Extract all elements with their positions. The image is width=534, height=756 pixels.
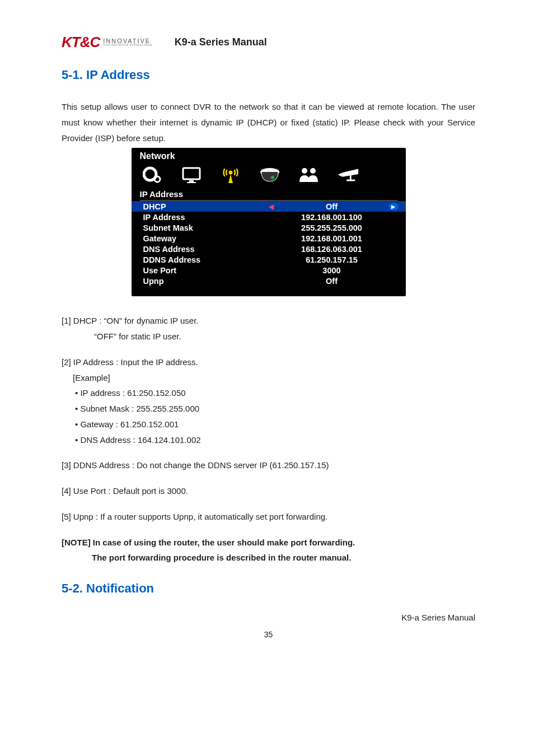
footer-doc-title: K9-a Series Manual <box>62 613 475 622</box>
note-2-ip: • IP address : 61.250.152.050 <box>75 385 475 401</box>
ss-value: 192.168.001.001 <box>266 234 397 243</box>
arrow-left-icon[interactable]: ◀ <box>269 203 274 211</box>
note-3: [3] DDNS Address : Do not change the DDN… <box>62 458 475 473</box>
logo-sub-line2: HIGH DEFINITION SURVEILLANCE <box>103 44 152 47</box>
dvr-network-screenshot: Network IP Address DHCP <box>132 148 406 296</box>
note-2-line1: [2] IP Address : Input the IP address. <box>62 354 475 370</box>
svg-rect-5 <box>187 182 196 183</box>
ss-label: Gateway <box>143 234 266 243</box>
document-title: K9-a Series Manual <box>175 36 267 48</box>
note-bold-line1: [NOTE] In case of using the router, the … <box>62 535 475 550</box>
brand-logo: KT&C INNOVATIVE HIGH DEFINITION SURVEILL… <box>62 34 152 51</box>
antenna-icon[interactable] <box>219 165 242 185</box>
bullet-camera-icon[interactable] <box>337 165 359 185</box>
ss-label: DDNS Address <box>143 255 266 264</box>
page-number: 35 <box>62 630 475 639</box>
ss-label: Upnp <box>143 277 266 286</box>
note-1-line1: [1] DHCP : “ON” for dynamic IP user. <box>62 313 475 329</box>
ss-section-label: IP Address <box>140 189 397 201</box>
ss-label: DHCP <box>143 202 266 211</box>
svg-rect-11 <box>349 175 351 180</box>
section-heading-5-2: 5-2. Notification <box>62 581 475 596</box>
logo-main-text: KT&C <box>62 34 100 51</box>
ss-value: 3000 <box>266 266 397 275</box>
dome-camera-icon[interactable] <box>259 165 281 185</box>
svg-point-9 <box>302 168 307 174</box>
arrow-right-icon[interactable]: ▶ <box>388 203 399 211</box>
note-2-subnet: • Subnet Mask : 255.255.255.000 <box>75 401 475 417</box>
svg-point-6 <box>228 171 232 175</box>
note-2-dns: • DNS Address : 164.124.101.002 <box>75 432 475 448</box>
ss-value: 255.255.255.000 <box>266 223 397 232</box>
ss-label: Use Port <box>143 266 266 275</box>
gear-icon[interactable] <box>141 165 163 185</box>
ss-value: 192.168.001.100 <box>266 213 397 222</box>
svg-point-2 <box>154 176 160 182</box>
intro-paragraph: This setup allows user to connect DVR to… <box>62 99 475 146</box>
note-2-gateway: • Gateway : 61.250.152.001 <box>75 417 475 432</box>
ss-value: 61.250.157.15 <box>266 255 397 264</box>
ss-label: IP Address <box>143 213 266 222</box>
monitor-icon[interactable] <box>180 165 203 185</box>
ss-tab-icons <box>140 162 397 189</box>
ss-row-gateway[interactable]: Gateway 192.168.001.001 <box>140 233 397 244</box>
note-1-line2: “OFF” for static IP user. <box>94 329 475 344</box>
note-4: [4] Use Port : Default port is 3000. <box>62 483 475 499</box>
note-bold-block: [NOTE] In case of using the router, the … <box>62 535 475 566</box>
ss-label: Subnet Mask <box>143 223 266 232</box>
ss-window-title: Network <box>140 151 397 161</box>
logo-sub: INNOVATIVE HIGH DEFINITION SURVEILLANCE <box>103 38 152 47</box>
section-heading-5-1: 5-1. IP Address <box>62 68 475 82</box>
svg-point-10 <box>310 168 316 174</box>
svg-rect-12 <box>346 180 355 181</box>
ss-row-upnp[interactable]: Upnp Off <box>140 276 397 286</box>
ss-row-dhcp[interactable]: DHCP ◀ Off ▶ <box>132 201 406 212</box>
ss-value: 168.126.063.001 <box>266 245 397 254</box>
notes-block: [1] DHCP : “ON” for dynamic IP user. “OF… <box>62 313 475 566</box>
page-header: KT&C INNOVATIVE HIGH DEFINITION SURVEILL… <box>62 34 475 51</box>
ss-value: ◀ Off ▶ <box>266 202 397 211</box>
ss-value: Off <box>266 277 397 286</box>
ss-row-port[interactable]: Use Port 3000 <box>140 265 397 276</box>
ss-row-dns[interactable]: DNS Address 168.126.063.001 <box>140 244 397 254</box>
note-2-example: [Example] <box>73 370 475 386</box>
svg-rect-3 <box>183 168 200 179</box>
svg-point-1 <box>148 172 152 176</box>
svg-point-8 <box>271 176 274 179</box>
note-5: [5] Upnp : If a router supports Upnp, it… <box>62 509 475 525</box>
ss-label: DNS Address <box>143 245 266 254</box>
users-icon[interactable] <box>298 165 320 185</box>
svg-rect-4 <box>189 180 194 182</box>
note-bold-line2: The port forwarding procedure is describ… <box>92 550 475 566</box>
ss-row-ddns[interactable]: DDNS Address 61.250.157.15 <box>140 254 397 265</box>
ss-row-subnet[interactable]: Subnet Mask 255.255.255.000 <box>140 222 397 233</box>
ss-row-ipaddress[interactable]: IP Address 192.168.001.100 <box>140 212 397 222</box>
